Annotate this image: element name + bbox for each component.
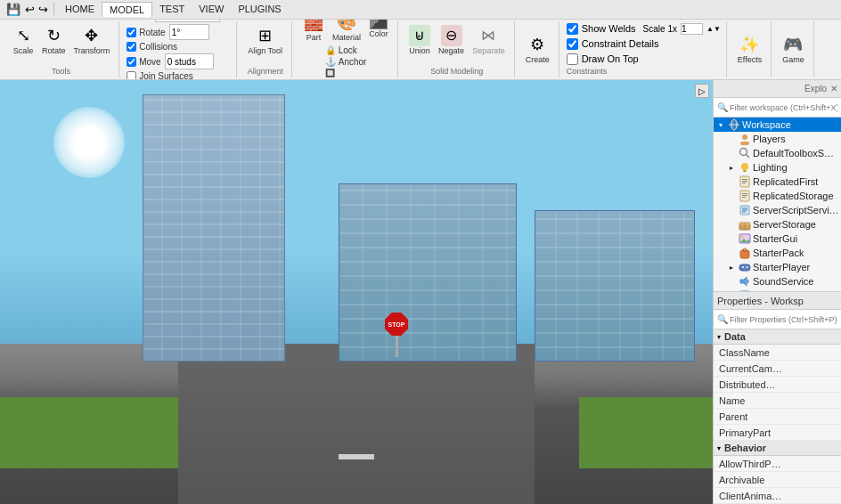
move-checkbox[interactable]	[127, 57, 136, 67]
tree-item-replicatedstorage[interactable]: ReplicatedStorage	[714, 189, 841, 203]
prop-row-name[interactable]: Name	[714, 393, 841, 409]
menu-view[interactable]: VIEW	[192, 2, 231, 16]
tree-arrow	[726, 276, 737, 287]
negate-button[interactable]: ⊖ Negate	[435, 23, 468, 57]
properties-filter-icon: 🔍	[717, 314, 728, 324]
quick-save-icon[interactable]: 💾	[4, 3, 23, 16]
tree-item-replicatedfirst[interactable]: ReplicatedFirst	[714, 175, 841, 189]
tree-item-name: Workspace	[742, 119, 791, 130]
transform-button[interactable]: ✥ Transform	[70, 23, 114, 57]
properties-header-label: Properties - Worksp	[717, 296, 804, 306]
scale-x-input[interactable]	[681, 23, 703, 35]
tree-item-serverstorage[interactable]: ServerStorage	[714, 217, 841, 232]
tree-item-chat[interactable]: Chat	[714, 289, 841, 291]
union-button[interactable]: ⊌ Union	[405, 23, 434, 57]
tree-item-serverscriptservice[interactable]: ServerScriptService	[714, 203, 841, 217]
anchor-row[interactable]: ⚓ Anchor	[325, 57, 367, 67]
tree-item-starterpack[interactable]: StarterPack	[714, 246, 841, 260]
tree-arrow[interactable]: ▸	[726, 162, 737, 173]
rotate-button[interactable]: ↻ Rotate	[38, 23, 69, 57]
effects-button[interactable]: ✨ Effects	[734, 32, 765, 66]
viewport-collapse-btn[interactable]: ▷	[695, 84, 709, 98]
move-studs-input[interactable]	[165, 53, 214, 69]
menu-plugins[interactable]: PLUGINS	[231, 2, 288, 16]
tree-item-workspace[interactable]: ▾Workspace	[714, 118, 841, 132]
menu-home[interactable]: HOME	[58, 2, 102, 16]
join-surfaces-label[interactable]: Join Surfaces	[127, 71, 193, 79]
explorer-filter-input[interactable]	[730, 103, 837, 112]
prop-row-clientanimatorthrottling[interactable]: ClientAnimatorThrottling	[714, 488, 841, 504]
prop-row-primarypart[interactable]: PrimaryPart	[714, 425, 841, 441]
tree-item-defaulttoolboxsearch[interactable]: DefaultToolboxSearch	[714, 146, 841, 160]
lock-text: Lock	[339, 45, 357, 55]
part-button[interactable]: 🧱 Part	[299, 20, 328, 45]
join-surfaces-checkbox[interactable]	[127, 71, 136, 79]
tree-item-soundservice[interactable]: SoundService	[714, 274, 841, 289]
rotate-degrees-input[interactable]	[169, 24, 209, 40]
prop-row-distributedgametime[interactable]: DistributedGameTime	[714, 377, 841, 393]
collisions-checkbox[interactable]	[127, 42, 136, 52]
material-button[interactable]: 🎨 Material	[329, 20, 364, 45]
collisions-checkbox-label[interactable]: Collisions	[127, 42, 177, 52]
prop-section-behavior[interactable]: ▾Behavior	[714, 441, 841, 456]
menu-model[interactable]: MODEL	[102, 2, 152, 17]
explorer-close-icon[interactable]: ✕	[830, 84, 837, 93]
viewport[interactable]: STOP ▷	[0, 80, 713, 504]
prop-row-allowthirdpartysales[interactable]: AllowThirdPartySales	[714, 456, 841, 472]
draw-on-top-checkbox[interactable]	[567, 53, 578, 65]
building-mid-windows	[339, 184, 516, 361]
prop-row-parent[interactable]: Parent	[714, 409, 841, 425]
tree-item-starterplayer[interactable]: ▸StarterPlayer	[714, 260, 841, 274]
separate-button[interactable]: ⋈ Separate	[469, 23, 509, 57]
create-button[interactable]: ⚙ Create	[522, 32, 553, 66]
tree-item-name: StarterGui	[753, 233, 797, 244]
tree-item-startergui[interactable]: StarterGui	[714, 232, 841, 246]
collisions-row: Collisions	[127, 42, 177, 52]
lock-icon: 🔒	[325, 45, 336, 55]
rotate-checkbox[interactable]	[127, 28, 136, 37]
properties-filter-input[interactable]	[730, 315, 837, 324]
building-right	[535, 210, 695, 362]
constraint-details-checkbox[interactable]	[567, 38, 578, 50]
expand-icon[interactable]: 🔲	[325, 69, 367, 77]
tree-item-players[interactable]: Players	[714, 132, 841, 146]
show-welds-text: Show Welds	[582, 23, 636, 34]
part-icon: 🧱	[303, 20, 324, 34]
svg-rect-4	[740, 142, 749, 145]
align-tool-button[interactable]: ⊞ Align Tool	[244, 23, 286, 57]
lock-row[interactable]: 🔒 Lock	[325, 45, 367, 55]
align-section: ⊞ Align Tool Alignment	[239, 21, 292, 77]
color-icon	[370, 20, 388, 30]
mode-select[interactable]: Geometric	[155, 20, 220, 23]
prop-name: Parent	[714, 411, 788, 422]
effects-section: ✨ Effects	[729, 21, 772, 77]
quick-undo-icon[interactable]: ↩	[23, 3, 37, 16]
svg-rect-8	[743, 170, 747, 172]
svg-point-5	[740, 149, 747, 156]
tree-arrow[interactable]: ▾	[715, 119, 726, 130]
right-panel: Explo ✕ 🔍 ▾WorkspacePlayersDefaultToolbo…	[713, 80, 841, 504]
prop-section-data[interactable]: ▾Data	[714, 329, 841, 345]
svg-rect-11	[742, 181, 747, 182]
rotate-checkbox-label[interactable]: Rotate	[127, 28, 165, 37]
union-icon: ⊌	[409, 25, 430, 46]
color-button[interactable]: Color	[365, 20, 392, 45]
solid-btn-group: ⊌ Union ⊖ Negate ⋈ Separate	[405, 23, 509, 57]
tree-item-name: Players	[753, 134, 786, 144]
quick-redo-icon[interactable]: ↪	[37, 3, 50, 16]
prop-row-currentcamera[interactable]: CurrentCamera	[714, 361, 841, 377]
game-button[interactable]: 🎮 Game	[779, 32, 808, 66]
prop-name: Name	[714, 395, 788, 406]
prop-row-archivable[interactable]: Archivable	[714, 472, 841, 488]
constraint-details-text: Constraint Details	[582, 38, 659, 49]
tree-item-lighting[interactable]: ▸Lighting	[714, 160, 841, 175]
menu-test[interactable]: TEST	[152, 2, 192, 16]
tree-arrow[interactable]: ▸	[726, 262, 737, 272]
draw-on-top-text: Draw On Top	[582, 53, 639, 64]
tree-item-icon	[739, 133, 751, 145]
scale-up-icon[interactable]: ▲▼	[706, 25, 721, 33]
prop-row-classname[interactable]: ClassName	[714, 345, 841, 361]
move-checkbox-label[interactable]: Move	[127, 57, 160, 67]
show-welds-checkbox[interactable]	[567, 23, 578, 35]
scale-button[interactable]: ⤡ Scale	[9, 23, 37, 57]
